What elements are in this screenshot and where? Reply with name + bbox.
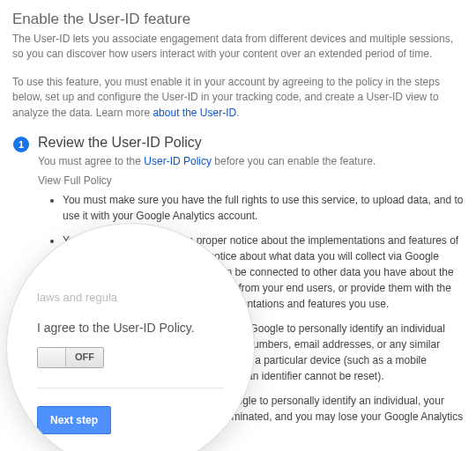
toggle-state-label: OFF [66,348,103,367]
about-user-id-link[interactable]: about the User-ID [152,107,236,119]
view-full-policy-link[interactable]: View Full Policy [38,174,464,187]
step-title: Review the User-ID Policy [38,135,464,151]
divider [37,388,224,388]
list-item: You must make sure you have the full rig… [63,192,464,224]
magnified-background-text: laws and regula [37,289,224,307]
agree-toggle[interactable]: OFF [37,347,104,368]
intro2-post: . [236,107,239,119]
toggle-handle [38,348,66,367]
user-id-policy-link[interactable]: User-ID Policy [144,155,212,167]
page-title: Enable the User-ID feature [12,11,464,28]
step-subtext: You must agree to the User-ID Policy bef… [38,154,464,169]
intro-paragraph-2: To use this feature, you must enable it … [12,75,464,121]
intro-paragraph-1: The User-ID lets you associate engagemen… [12,32,464,63]
step-number-badge: 1 [13,137,29,152]
next-step-button[interactable]: Next step [37,406,111,434]
agree-policy-text: I agree to the User-ID Policy. [37,321,224,335]
